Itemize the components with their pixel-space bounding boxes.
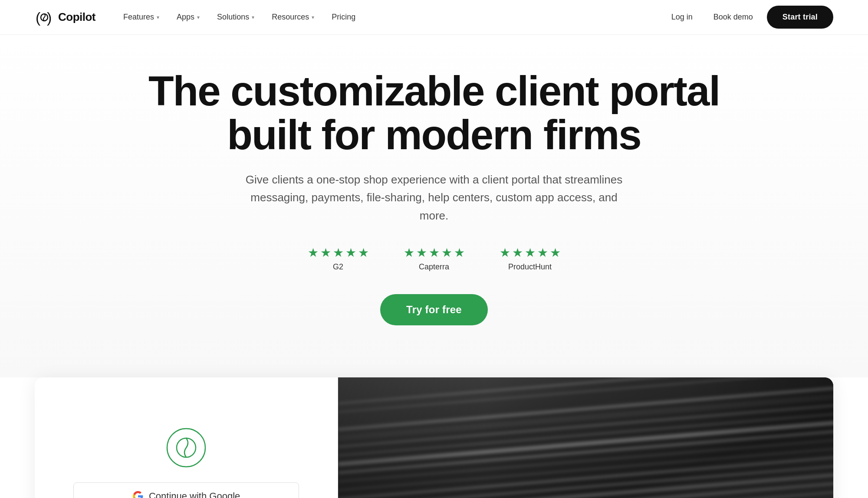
nav-left: ( ) Copilot Features ▾ Apps ▾ Solutions … bbox=[35, 8, 362, 27]
decorative-lines bbox=[338, 377, 833, 498]
svg-line-15 bbox=[338, 395, 833, 438]
star-1: ★ bbox=[500, 246, 510, 260]
preview-container: Continue with Google bbox=[35, 377, 833, 498]
chevron-down-icon: ▾ bbox=[312, 14, 314, 20]
nav-link-resources[interactable]: Resources ▾ bbox=[265, 9, 321, 25]
g2-label: G2 bbox=[333, 262, 343, 272]
nav-link-solutions[interactable]: Solutions ▾ bbox=[210, 9, 261, 25]
preview-login-card: Continue with Google bbox=[35, 377, 338, 498]
nav-right: Log in Book demo Start trial bbox=[664, 6, 833, 29]
preview-section: Continue with Google bbox=[0, 377, 868, 498]
svg-line-13 bbox=[338, 377, 833, 403]
star-5: ★ bbox=[550, 246, 561, 260]
star-5: ★ bbox=[358, 246, 369, 260]
producthunt-label: ProductHunt bbox=[508, 262, 552, 272]
svg-text:(: ( bbox=[36, 9, 41, 26]
hero-title: The customizable client portal built for… bbox=[130, 69, 738, 157]
lines-background bbox=[338, 377, 833, 498]
star-4: ★ bbox=[537, 246, 548, 260]
try-free-button[interactable]: Try for free bbox=[380, 294, 488, 325]
chevron-down-icon: ▾ bbox=[252, 14, 254, 20]
capterra-stars: ★ ★ ★ ★ ★ bbox=[404, 246, 465, 260]
star-2: ★ bbox=[512, 246, 523, 260]
svg-line-5 bbox=[338, 386, 833, 429]
star-4: ★ bbox=[345, 246, 356, 260]
book-demo-button[interactable]: Book demo bbox=[707, 9, 760, 25]
producthunt-stars: ★ ★ ★ ★ ★ bbox=[500, 246, 561, 260]
google-icon bbox=[132, 491, 144, 498]
preview-image bbox=[338, 377, 833, 498]
rating-producthunt: ★ ★ ★ ★ ★ ProductHunt bbox=[500, 246, 561, 272]
star-2: ★ bbox=[320, 246, 331, 260]
chevron-down-icon: ▾ bbox=[197, 14, 200, 20]
svg-text:): ) bbox=[47, 9, 52, 26]
star-1: ★ bbox=[404, 246, 414, 260]
nav-links: Features ▾ Apps ▾ Solutions ▾ Resources … bbox=[116, 9, 362, 25]
nav-link-features[interactable]: Features ▾ bbox=[116, 9, 166, 25]
g2-stars: ★ ★ ★ ★ ★ bbox=[308, 246, 369, 260]
chevron-down-icon: ▾ bbox=[157, 14, 159, 20]
star-3: ★ bbox=[333, 246, 344, 260]
capterra-label: Capterra bbox=[419, 262, 449, 272]
start-trial-button[interactable]: Start trial bbox=[767, 6, 833, 29]
logo[interactable]: ( ) Copilot bbox=[35, 8, 95, 27]
nav-link-pricing[interactable]: Pricing bbox=[325, 9, 362, 25]
star-4: ★ bbox=[441, 246, 452, 260]
hero-section: The customizable client portal built for… bbox=[0, 35, 868, 377]
star-3: ★ bbox=[525, 246, 536, 260]
logo-wordmark: Copilot bbox=[58, 10, 95, 24]
ratings-group: ★ ★ ★ ★ ★ G2 ★ ★ ★ ★ ★ Capterra ★ ★ bbox=[308, 246, 561, 272]
star-2: ★ bbox=[416, 246, 427, 260]
login-button[interactable]: Log in bbox=[664, 9, 700, 25]
hero-subtitle: Give clients a one-stop shop experience … bbox=[239, 171, 629, 225]
nav-link-apps[interactable]: Apps ▾ bbox=[170, 9, 207, 25]
star-1: ★ bbox=[308, 246, 319, 260]
continue-google-label: Continue with Google bbox=[149, 491, 240, 498]
rating-g2: ★ ★ ★ ★ ★ G2 bbox=[308, 246, 369, 272]
logo-icon: ( ) bbox=[35, 8, 54, 27]
rating-capterra: ★ ★ ★ ★ ★ Capterra bbox=[404, 246, 465, 272]
continue-with-google-button[interactable]: Continue with Google bbox=[73, 482, 299, 498]
star-5: ★ bbox=[454, 246, 465, 260]
svg-line-17 bbox=[338, 429, 833, 473]
star-3: ★ bbox=[429, 246, 440, 260]
navbar: ( ) Copilot Features ▾ Apps ▾ Solutions … bbox=[0, 0, 868, 35]
copilot-icon-large bbox=[165, 427, 207, 469]
